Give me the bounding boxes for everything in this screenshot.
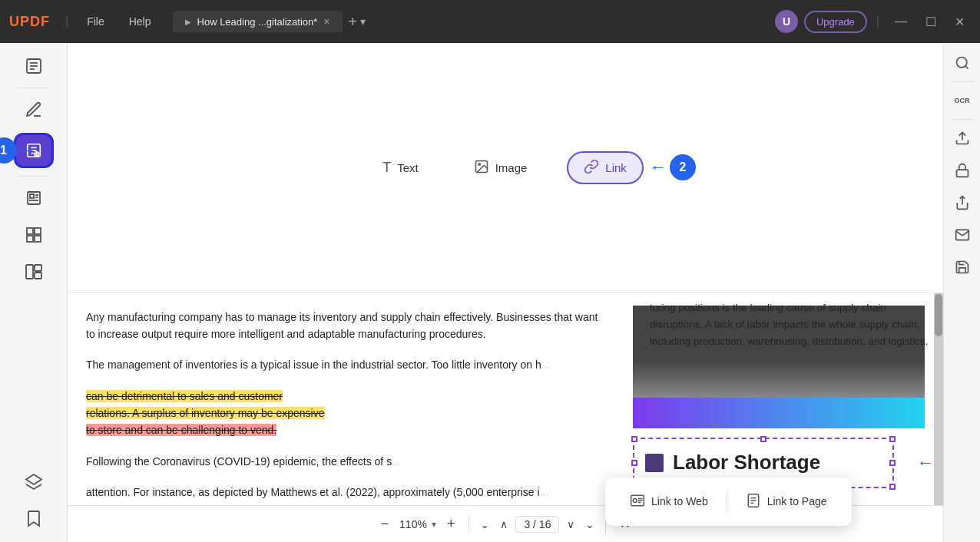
highlight-yellow-2: relations. A surplus of inventory may be… (86, 407, 325, 419)
ctx-link-to-web[interactable]: Link to Web (617, 487, 720, 517)
labor-shortage-title: Labor Shortage (673, 451, 820, 474)
image-icon (474, 159, 489, 177)
handle-tr[interactable] (889, 436, 896, 442)
right-ocr-icon[interactable]: OCR (949, 87, 976, 114)
svg-rect-19 (35, 236, 41, 242)
upgrade-label: Upgrade (816, 16, 855, 28)
highlight-red: to store and can be challenging to vend. (86, 424, 276, 436)
sidebar-item-layers[interactable] (15, 465, 53, 499)
sidebar-item-layout[interactable] (15, 218, 53, 252)
maximize-button[interactable]: ☐ (919, 15, 942, 29)
zoom-dropdown-icon[interactable]: ▾ (432, 519, 436, 530)
toolbar-text[interactable]: T Text (367, 154, 434, 182)
right-protect-icon[interactable] (949, 157, 976, 184)
paragraph-4: attention. For instance, as depicted by … (86, 484, 602, 501)
arrow-2: ← (650, 157, 667, 177)
active-tab[interactable]: ▶ How Leading ...gitalization* × (173, 11, 343, 32)
paragraph-highlighted: can be detrimental to sales and customer… (86, 388, 602, 439)
tab-add-button[interactable]: + (349, 13, 358, 31)
text-label: Text (397, 161, 419, 174)
handle-ml[interactable] (631, 460, 637, 466)
sidebar-item-annotate[interactable] (15, 93, 53, 127)
svg-marker-23 (26, 474, 41, 484)
paragraph-2: The management of inventories is a typic… (86, 356, 602, 373)
total-pages: 16 (539, 518, 551, 530)
tab-bar: ▶ How Leading ...gitalization* × + ▾ (173, 11, 769, 32)
sidebar-item-bookmark[interactable] (15, 502, 53, 536)
upgrade-button[interactable]: Upgrade (804, 11, 867, 33)
svg-point-27 (633, 498, 637, 502)
content-area: Any manufacturing company has to manage … (68, 293, 943, 543)
sidebar-item-pages[interactable] (15, 181, 53, 215)
toolbar-separator-1 (468, 515, 469, 534)
close-window-button[interactable]: ✕ (949, 15, 971, 29)
ctx-divider (727, 491, 727, 512)
paragraph-1: Any manufacturing company has to manage … (86, 309, 602, 343)
nav-last-button[interactable]: ⌄ (582, 515, 598, 534)
tab-dropdown-button[interactable]: ▾ (360, 15, 366, 28)
ls-square-icon (645, 454, 664, 472)
right-divider-2 (951, 119, 974, 120)
scrollbar-track[interactable] (934, 293, 943, 506)
minimize-button[interactable]: — (889, 15, 913, 28)
scrollbar-thumb[interactable] (935, 294, 942, 336)
tab-close-icon[interactable]: × (323, 15, 329, 28)
link-web-icon (630, 493, 645, 511)
annotation-circle-1: 1 (0, 137, 17, 164)
sidebar-divider-2 (18, 176, 49, 177)
toolbar-image[interactable]: Image (459, 153, 543, 183)
handle-mr[interactable] (889, 460, 896, 466)
right-text-block: turing positions is the leading cause of… (644, 299, 943, 351)
svg-point-35 (956, 58, 966, 68)
handle-tm[interactable] (760, 436, 766, 442)
handle-tl[interactable] (631, 436, 637, 442)
right-sidebar: OCR (943, 43, 980, 542)
app-logo: UPDF (9, 14, 50, 30)
toolbar-link[interactable]: Link (567, 151, 644, 184)
tab-dot: ▶ (185, 18, 191, 26)
svg-rect-38 (956, 170, 968, 177)
current-page[interactable]: 3 (524, 518, 530, 530)
user-avatar[interactable]: U (775, 10, 798, 33)
link-icon (584, 159, 599, 177)
svg-point-25 (478, 164, 480, 166)
arrow-3: ← (917, 453, 934, 473)
nav-next-button[interactable]: ∨ (564, 515, 578, 534)
titlebar: UPDF | File Help ▶ How Leading ...gitali… (0, 0, 980, 43)
svg-rect-21 (35, 265, 41, 271)
page-separator: / (533, 518, 539, 530)
right-search-icon[interactable] (949, 49, 976, 77)
nav-first-button[interactable]: ⌃ (477, 515, 492, 534)
ctx-link-to-page[interactable]: Link to Page (733, 487, 839, 517)
sidebar-divider-1 (18, 88, 49, 88)
link-page-icon (746, 493, 761, 511)
link-label: Link (605, 161, 627, 174)
content-wrapper: T Text Image (68, 43, 943, 542)
svg-line-36 (965, 66, 968, 69)
highlight-yellow-1: can be detrimental to sales and customer (86, 390, 283, 402)
annotation-circle-2: 2 (670, 154, 696, 180)
right-text-content: turing positions is the leading cause of… (650, 302, 928, 348)
handle-br[interactable] (889, 484, 896, 490)
zoom-in-button[interactable]: + (441, 513, 462, 535)
title-actions: U Upgrade | — ☐ ✕ (775, 10, 971, 33)
sidebar-item-document-reader[interactable] (15, 49, 53, 83)
ctx-link-web-label: Link to Web (651, 495, 708, 507)
right-share-icon[interactable] (949, 189, 976, 216)
menu-file[interactable]: File (78, 12, 114, 31)
svg-rect-18 (27, 236, 33, 242)
right-save-icon[interactable] (949, 253, 976, 281)
right-export-icon[interactable] (949, 124, 976, 152)
svg-rect-20 (26, 265, 33, 279)
svg-rect-16 (27, 228, 33, 234)
tab-title: How Leading ...gitalization* (197, 16, 318, 28)
right-email-icon[interactable] (949, 221, 976, 249)
sidebar-item-organize[interactable] (15, 255, 53, 289)
zoom-out-button[interactable]: − (375, 513, 396, 535)
context-menu: Link to Web Link to Page (605, 478, 852, 526)
ctx-link-page-label: Link to Page (767, 495, 827, 507)
nav-prev-button[interactable]: ∧ (497, 515, 511, 534)
menu-help[interactable]: Help (120, 12, 161, 31)
right-divider-1 (951, 81, 974, 82)
edit-toolbar: T Text Image (68, 43, 943, 293)
